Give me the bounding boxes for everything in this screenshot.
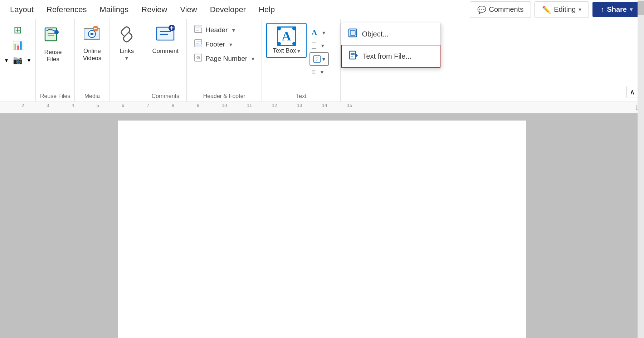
text-from-file-label: Text from File... (362, 52, 411, 60)
ruler-tick-5: 5 (97, 103, 99, 108)
ruler-tick-7: 7 (147, 103, 149, 108)
media-group-label: Media (79, 92, 105, 102)
links-icon (117, 25, 136, 45)
ruler-content: 2 3 4 5 6 7 8 9 10 11 12 13 14 15 (11, 102, 644, 113)
media-group: OnlineVideos Media (75, 19, 109, 102)
text-box-button[interactable]: A Text Box ▾ (266, 23, 306, 58)
font-color-a-icon: A (312, 28, 317, 37)
menu-help[interactable]: Help (252, 2, 281, 17)
align-text-chevron-button[interactable]: ▾ (318, 67, 326, 77)
chevron-down-icon[interactable]: ▾ (3, 54, 10, 66)
document-area (0, 113, 644, 338)
insert-dropdown-button[interactable]: ▾ (309, 52, 329, 66)
dropcap-chevron-button[interactable]: ▾ (319, 41, 326, 50)
text-dropdown-menu: Object... Text from File... (341, 23, 441, 68)
header-footer-group-label: Header & Footer (191, 92, 257, 102)
share-label: Share (607, 5, 627, 14)
comments-button[interactable]: 💬 Comments (470, 1, 531, 18)
ruler-tick-2: 2 (21, 103, 24, 108)
bar-chart-icon-btn[interactable]: 📊 (10, 38, 26, 52)
share-button[interactable]: ↑ Share ▾ (592, 2, 640, 17)
text-side-icons: A ▾ ⌶ ▾ (309, 23, 329, 78)
font-color-a-button[interactable]: A (309, 26, 319, 39)
reuse-files-button[interactable]: ReuseFiles (40, 23, 66, 65)
ruler-tick-15: 15 (347, 103, 352, 108)
text-side-row-3: ▾ (309, 52, 329, 66)
editing-button[interactable]: ✏️ Editing ▾ (535, 1, 589, 18)
header-chevron-icon: ▾ (232, 27, 235, 34)
collapse-ribbon-button[interactable]: ∧ (626, 86, 638, 98)
footer-icon (194, 39, 203, 50)
menu-items: Layout References Mailings Review View D… (4, 2, 470, 17)
reuse-files-group: ReuseFiles Reuse Files (36, 19, 75, 102)
scrollbar-thumb[interactable] (638, 1, 644, 15)
links-items: Links▾ (114, 19, 140, 98)
dropcap-button[interactable]: ⌶ (309, 39, 318, 52)
header-footer-items: Header ▾ Footer ▾ (191, 19, 257, 92)
svg-rect-17 (195, 44, 202, 47)
menu-layout[interactable]: Layout (4, 2, 40, 17)
reuse-files-items: ReuseFiles (40, 19, 70, 92)
media-items: OnlineVideos (79, 19, 105, 92)
comments-group: Comment Comments (144, 19, 187, 102)
object-menu-item[interactable]: Object... (341, 23, 440, 45)
links-button[interactable]: Links▾ (114, 23, 140, 64)
share-icon: ↑ (600, 5, 604, 14)
menu-references[interactable]: References (40, 2, 93, 17)
menu-mailings[interactable]: Mailings (93, 2, 135, 17)
vertical-scrollbar[interactable] (638, 0, 644, 338)
align-text-chevron-icon: ▾ (321, 69, 323, 75)
menu-view[interactable]: View (174, 2, 203, 17)
ruler: 2 3 4 5 6 7 8 9 10 11 12 13 14 15 (0, 102, 644, 113)
font-color-chevron-button[interactable]: ▾ (320, 28, 327, 38)
comment-button[interactable]: Comment (148, 23, 182, 57)
menu-developer[interactable]: Developer (204, 2, 252, 17)
svg-rect-13 (195, 25, 202, 28)
reuse-files-icon (44, 25, 62, 46)
ruler-tick-13: 13 (297, 103, 302, 108)
menu-review[interactable]: Review (135, 2, 174, 17)
footer-label: Footer (205, 40, 225, 48)
page-number-chevron-icon: ▾ (252, 55, 254, 62)
symbols-group-label (345, 98, 379, 102)
header-footer-group: Header ▾ Footer ▾ (187, 19, 262, 102)
ruler-tick-14: 14 (322, 103, 327, 108)
page-number-button[interactable]: # Page Number ▾ (191, 52, 257, 66)
text-side-row-4: ≡ ▾ (309, 67, 329, 78)
reuse-files-group-label: Reuse Files (40, 92, 70, 102)
align-text-button[interactable]: ≡ (309, 67, 318, 78)
screenshot-icon-btn[interactable]: 📷 (11, 54, 25, 66)
document-page[interactable] (118, 121, 526, 338)
comments-label: Comments (489, 5, 524, 14)
comments-group-label: Comments (148, 92, 182, 102)
table-icon-btn[interactable]: ⊞ (11, 23, 24, 37)
header-button[interactable]: Header ▾ (191, 23, 257, 37)
ruler-tick-3: 3 (47, 103, 49, 108)
links-label: Links▾ (120, 48, 134, 62)
reuse-files-label: ReuseFiles (44, 49, 62, 63)
screenshot-chevron-icon[interactable]: ▾ (25, 54, 33, 66)
online-videos-icon (83, 25, 101, 45)
ruler-tick-11: 11 (247, 103, 252, 108)
footer-button[interactable]: Footer ▾ (191, 37, 257, 52)
chevron-up-icon: ∧ (630, 88, 635, 96)
comment-label: Comment (152, 48, 179, 55)
insert-dropdown-chevron-icon: ▾ (322, 56, 325, 63)
ruler-tick-4: 4 (72, 103, 74, 108)
online-videos-button[interactable]: OnlineVideos (79, 23, 105, 64)
font-color-chevron-icon: ▾ (322, 29, 325, 36)
ruler-tick-6: 6 (122, 103, 124, 108)
online-videos-label: OnlineVideos (83, 48, 102, 62)
object-icon (348, 28, 357, 40)
text-group: A Text Box ▾ A (262, 19, 341, 102)
left-icon-group: ⊞ 📊 ▾ 📷 ▾ (3, 19, 36, 102)
comments-icon: 💬 (477, 5, 486, 14)
text-from-file-menu-item[interactable]: Text from File... (341, 45, 440, 68)
text-items: A Text Box ▾ A (266, 19, 336, 92)
editing-label: Editing (554, 5, 576, 14)
svg-rect-28 (350, 30, 355, 35)
text-from-file-icon (349, 50, 358, 62)
text-side-row-2: ⌶ ▾ (309, 39, 329, 52)
text-group-label: Text (266, 92, 336, 102)
menu-bar: Layout References Mailings Review View D… (0, 0, 644, 19)
